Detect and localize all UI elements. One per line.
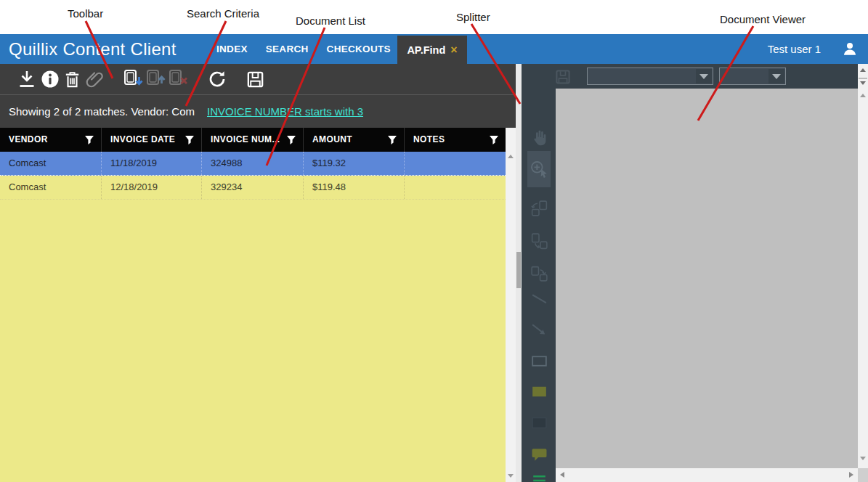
- checkout-document-button[interactable]: [145, 69, 166, 89]
- column-header-amount[interactable]: AMOUNT: [304, 128, 405, 152]
- copy-page-down-tool-button[interactable]: [527, 229, 551, 253]
- cell-invoice-date: 11/18/2019: [102, 152, 202, 175]
- arrow-tool-button[interactable]: [527, 317, 551, 342]
- scroll-right-icon[interactable]: [849, 472, 853, 478]
- stamp-tool-icon: [530, 472, 549, 482]
- viewer-vertical-scrollbar[interactable]: [858, 64, 868, 482]
- annotation-label-document-viewer: Document Viewer: [720, 13, 806, 25]
- delete-icon: [62, 70, 82, 89]
- line-tool-button[interactable]: [527, 287, 551, 311]
- nav-item-checkouts[interactable]: CHECKOUTS: [327, 44, 391, 54]
- app-header: Quillix Content Client INDEX SEARCH CHEC…: [0, 34, 868, 64]
- note-tool-icon: [530, 444, 549, 464]
- column-header-invoice-number[interactable]: INVOICE NUM...: [202, 128, 304, 152]
- app-title: Quillix Content Client: [9, 34, 177, 64]
- column-header-vendor[interactable]: VENDOR: [0, 128, 102, 152]
- redaction-tool-button[interactable]: [527, 410, 551, 435]
- flip-pages-tool-button[interactable]: [527, 196, 551, 221]
- cell-invoice-number: 329234: [202, 176, 304, 199]
- document-list-empty-area: [0, 200, 506, 482]
- cell-amount: $119.48: [304, 176, 405, 199]
- document-list-scrollbar[interactable]: [506, 128, 516, 482]
- viewer-dropdown-2[interactable]: [719, 68, 786, 85]
- checkout-document-icon: [145, 68, 166, 90]
- cell-invoice-date: 12/18/2019: [102, 176, 202, 199]
- rectangle-tool-button[interactable]: [527, 348, 551, 373]
- annotation-label-splitter: Splitter: [456, 11, 490, 23]
- column-label: NOTES: [413, 134, 445, 144]
- tab-label: AP.Find: [407, 44, 445, 56]
- viewer-save-button[interactable]: [553, 68, 572, 86]
- refresh-button[interactable]: [206, 69, 228, 89]
- stamp-tool-button[interactable]: [527, 469, 551, 482]
- pane-down-icon[interactable]: [860, 81, 866, 85]
- cell-amount: $119.32: [304, 152, 405, 175]
- filter-icon[interactable]: [184, 135, 195, 145]
- chevron-down-icon[interactable]: [696, 69, 712, 83]
- filter-icon[interactable]: [387, 135, 397, 145]
- scroll-up-icon[interactable]: [860, 94, 866, 97]
- zoom-select-tool-button[interactable]: [527, 151, 551, 187]
- search-criteria-link[interactable]: INVOICE NUMBER starts with 3: [207, 105, 363, 118]
- viewer-dropdown-1[interactable]: [587, 68, 713, 85]
- annotation-label-search-criteria: Search Criteria: [187, 7, 259, 20]
- redaction-tool-icon: [530, 413, 549, 433]
- tab-ap-find[interactable]: AP.Find ×: [397, 36, 467, 64]
- column-label: INVOICE NUM...: [211, 134, 280, 144]
- download-button[interactable]: [16, 69, 38, 89]
- checkin-document-button[interactable]: [122, 69, 144, 89]
- nav-item-search[interactable]: SEARCH: [266, 44, 309, 54]
- flip-pages-icon: [530, 199, 549, 218]
- chevron-down-icon[interactable]: [768, 69, 784, 83]
- checkin-document-icon: [122, 68, 144, 90]
- cell-vendor: Comcast: [0, 176, 102, 199]
- info-icon: [40, 69, 60, 89]
- scroll-down-icon[interactable]: [860, 457, 866, 460]
- cell-vendor: Comcast: [0, 152, 102, 175]
- column-label: VENDOR: [9, 134, 48, 144]
- highlight-tool-button[interactable]: [527, 379, 551, 404]
- attach-icon: [85, 69, 105, 89]
- info-button[interactable]: [39, 69, 61, 89]
- copy-page-right-tool-button[interactable]: [527, 261, 551, 286]
- refresh-icon: [207, 69, 227, 89]
- tab-close-icon[interactable]: ×: [450, 44, 457, 56]
- delete-button[interactable]: [61, 69, 83, 89]
- table-row[interactable]: Comcast 12/18/2019 329234 $119.48: [0, 176, 506, 200]
- save-icon: [554, 68, 572, 86]
- nav-item-index[interactable]: INDEX: [216, 44, 248, 54]
- pan-tool-button[interactable]: [527, 125, 551, 150]
- splitter-handle[interactable]: [516, 252, 521, 288]
- scroll-left-icon[interactable]: [560, 472, 564, 478]
- filter-icon[interactable]: [286, 135, 296, 145]
- annotation-label-toolbar: Toolbar: [68, 7, 103, 20]
- cancel-checkout-button[interactable]: [167, 69, 189, 89]
- filter-icon[interactable]: [489, 135, 499, 145]
- document-list-header: VENDOR INVOICE DATE INVOICE NUM... AMOUN…: [0, 128, 506, 152]
- document-page-area[interactable]: [556, 89, 858, 468]
- column-label: INVOICE DATE: [110, 134, 175, 144]
- cell-notes: [405, 176, 506, 199]
- viewer-horizontal-scrollbar[interactable]: [556, 468, 858, 482]
- table-row-selected[interactable]: Comcast 11/18/2019 324988 $119.32: [0, 152, 506, 176]
- line-tool-icon: [530, 290, 549, 309]
- filter-icon[interactable]: [84, 135, 94, 145]
- user-name: Test user 1: [768, 34, 821, 64]
- document-list-toolbar: [0, 64, 516, 95]
- pane-up-icon[interactable]: [860, 68, 866, 72]
- save-button[interactable]: [244, 69, 266, 89]
- attach-button[interactable]: [84, 69, 106, 89]
- annotation-label-document-list: Document List: [296, 15, 365, 27]
- pan-hand-icon: [529, 127, 549, 147]
- highlight-tool-icon: [530, 382, 549, 401]
- scroll-up-icon[interactable]: [508, 155, 514, 158]
- screenshot-stage: Toolbar Search Criteria Document List Sp…: [0, 0, 868, 482]
- column-header-invoice-date[interactable]: INVOICE DATE: [102, 128, 202, 152]
- scrollbar-corner: [858, 468, 868, 482]
- column-header-notes[interactable]: NOTES: [405, 128, 506, 152]
- scroll-down-icon[interactable]: [508, 474, 514, 478]
- search-criteria-bar: Showing 2 of 2 matches. Vendor: Com INVO…: [0, 95, 516, 128]
- note-tool-button[interactable]: [527, 441, 551, 466]
- user-icon[interactable]: [842, 41, 858, 57]
- splitter[interactable]: [516, 64, 522, 482]
